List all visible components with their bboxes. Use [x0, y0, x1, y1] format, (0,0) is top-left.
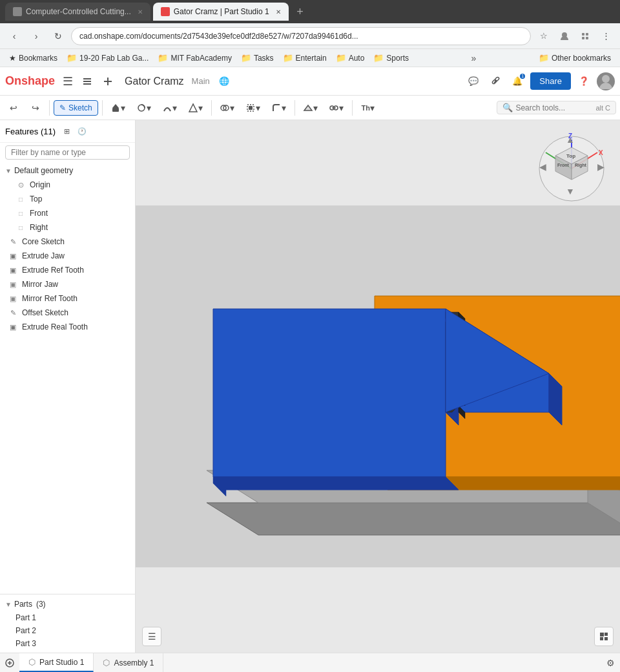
sketch-button[interactable]: ✎ Sketch: [54, 100, 98, 116]
svg-marker-14: [189, 104, 197, 112]
tree-item-mirror-ref-tooth[interactable]: ▣ Mirror Ref Tooth: [0, 291, 135, 306]
svg-marker-12: [112, 104, 119, 108]
new-tab-button[interactable]: +: [291, 3, 309, 21]
tab2-close[interactable]: ✕: [276, 8, 281, 16]
svg-rect-11: [112, 108, 119, 112]
help-icon[interactable]: ❓: [575, 72, 593, 90]
extrude-button[interactable]: ▾: [107, 98, 130, 118]
fillet-button[interactable]: ▾: [267, 98, 291, 118]
bookmarks-bar: ★ Bookmarks 📁 19-20 Fab Lab Ga... 📁 MIT …: [0, 49, 620, 67]
tab2-favicon: [161, 7, 170, 16]
tree-item-extrude-jaw[interactable]: ▣ Extrude Jaw: [0, 249, 135, 263]
forward-button[interactable]: ›: [27, 27, 45, 45]
browser-tab-2[interactable]: Gator Cramz | Part Studio 1 ✕: [153, 3, 289, 21]
feature-list-icon[interactable]: [78, 72, 96, 90]
parts-section: ▼ Parts (3) Part 1 Part 2 Part 3: [0, 594, 135, 653]
bookmark-other[interactable]: 📁 Other bookmarks: [535, 52, 615, 64]
statusbar-tab-studio1[interactable]: ⬡ Part Studio 1: [19, 653, 94, 672]
tree-item-part2[interactable]: Part 2: [0, 624, 135, 637]
view-mode-button[interactable]: [594, 627, 614, 646]
doc-title: Gator Cramz: [125, 76, 184, 87]
plane-icon-right: □: [16, 222, 26, 233]
chat-icon[interactable]: 💬: [464, 72, 482, 90]
tree-item-mirror-jaw[interactable]: ▣ Mirror Jaw: [0, 277, 135, 291]
orientation-cube-svg: X Z Top Front Right ▼ ◀: [536, 133, 607, 204]
undo-button[interactable]: ↩: [4, 98, 23, 118]
sweep-button[interactable]: ▾: [158, 98, 181, 118]
folder-icon-4: 📁: [283, 53, 293, 63]
statusbar-tab-assembly1[interactable]: ⬡ Assembly 1: [94, 653, 163, 672]
search-tools-box[interactable]: 🔍 alt C: [497, 101, 616, 114]
plane-button[interactable]: ▾: [299, 98, 322, 118]
user-avatar[interactable]: [597, 72, 615, 90]
menu-button[interactable]: ☰: [60, 72, 76, 91]
folder-icon-3: 📁: [241, 53, 251, 63]
tree-item-offset-sketch[interactable]: ✎ Offset Sketch: [0, 306, 135, 320]
back-button[interactable]: ‹: [5, 27, 23, 45]
doc-branch: Main: [192, 76, 210, 86]
link-icon[interactable]: [486, 72, 504, 90]
tree-item-origin[interactable]: ⊙ Origin: [0, 178, 135, 192]
collapse-sidebar-button[interactable]: ⊞: [59, 124, 74, 138]
bookmark-mit[interactable]: 📁 MIT FabAcademy: [154, 52, 235, 64]
tree-item-extrude-real-tooth[interactable]: ▣ Extrude Real Tooth: [0, 320, 135, 334]
svg-rect-5: [83, 78, 91, 79]
tree-item-core-sketch[interactable]: ✎ Core Sketch: [0, 235, 135, 249]
svg-text:X: X: [599, 149, 603, 156]
tree-item-front[interactable]: □ Front: [0, 206, 135, 220]
profile-icon[interactable]: [555, 27, 574, 45]
folder-icon-2: 📁: [158, 53, 168, 63]
tree-item-top[interactable]: □ Top: [0, 192, 135, 206]
bookmark-tasks[interactable]: 📁 Tasks: [237, 52, 278, 64]
tree-item-extrude-ref-tooth[interactable]: ▣ Extrude Ref Tooth: [0, 263, 135, 277]
address-bar: ‹ › ↻ ☆ ⋮: [0, 23, 620, 49]
redo-button[interactable]: ↪: [26, 98, 45, 118]
svg-rect-4: [586, 37, 588, 39]
toolbar-divider-3: [211, 100, 212, 116]
folder-icon-other: 📁: [539, 53, 549, 63]
address-input[interactable]: [71, 27, 531, 45]
transform-button[interactable]: ▾: [242, 98, 265, 118]
orientation-widget[interactable]: X Z Top Front Right ▼ ◀: [536, 133, 607, 204]
add-tab-button[interactable]: [0, 658, 19, 667]
add-feature-icon[interactable]: [99, 72, 117, 90]
bookmark-fab-lab[interactable]: 📁 19-20 Fab Lab Ga...: [63, 52, 152, 64]
variable-button[interactable]: Th▾: [356, 98, 380, 118]
filter-input[interactable]: [5, 145, 130, 160]
more-options-icon[interactable]: ⋮: [597, 27, 615, 45]
bookmark-more[interactable]: »: [468, 52, 480, 65]
search-tools-input[interactable]: [515, 103, 593, 112]
tree-item-part1[interactable]: Part 1: [0, 611, 135, 624]
onshape-logo: Onshape: [5, 74, 55, 88]
history-button[interactable]: 🕐: [75, 124, 89, 138]
loft-button[interactable]: ▾: [184, 98, 207, 118]
share-button[interactable]: Share: [530, 72, 571, 90]
bookmark-bookmarks[interactable]: ★ Bookmarks: [5, 52, 61, 64]
branch-icon[interactable]: 🌐: [215, 72, 233, 90]
browser-tab-1[interactable]: Computer-Controlled Cutting... ✕: [5, 3, 150, 21]
svg-rect-6: [83, 81, 91, 82]
svg-text:▶: ▶: [597, 162, 604, 172]
extensions-icon[interactable]: [576, 27, 594, 45]
default-geometry-group[interactable]: ▼ Default geometry: [0, 163, 135, 178]
feature-list-toggle[interactable]: ☰: [142, 627, 161, 646]
search-icon: 🔍: [502, 103, 513, 112]
tree-item-right[interactable]: □ Right: [0, 220, 135, 235]
bookmark-star-icon: ★: [9, 54, 16, 63]
parts-group-header[interactable]: ▼ Parts (3): [0, 597, 135, 611]
svg-rect-18: [249, 106, 253, 110]
mate-button[interactable]: ▾: [325, 98, 348, 118]
mate-group: ▾: [325, 98, 348, 118]
bookmark-entertain[interactable]: 📁 Entertain: [279, 52, 331, 64]
bookmark-sports[interactable]: 📁 Sports: [369, 52, 413, 64]
viewport[interactable]: X Z Top Front Right ▼ ◀: [136, 120, 620, 653]
bookmark-star[interactable]: ☆: [535, 27, 553, 45]
tree-item-part3[interactable]: Part 3: [0, 637, 135, 650]
reload-button[interactable]: ↻: [49, 27, 67, 45]
notification-icon[interactable]: 🔔 1: [508, 72, 526, 90]
settings-button[interactable]: ⚙: [601, 658, 620, 668]
revolve-button[interactable]: ▾: [132, 98, 156, 118]
bookmark-auto[interactable]: 📁 Auto: [332, 52, 369, 64]
boolean-button[interactable]: ▾: [216, 98, 239, 118]
tab1-close[interactable]: ✕: [138, 8, 143, 16]
